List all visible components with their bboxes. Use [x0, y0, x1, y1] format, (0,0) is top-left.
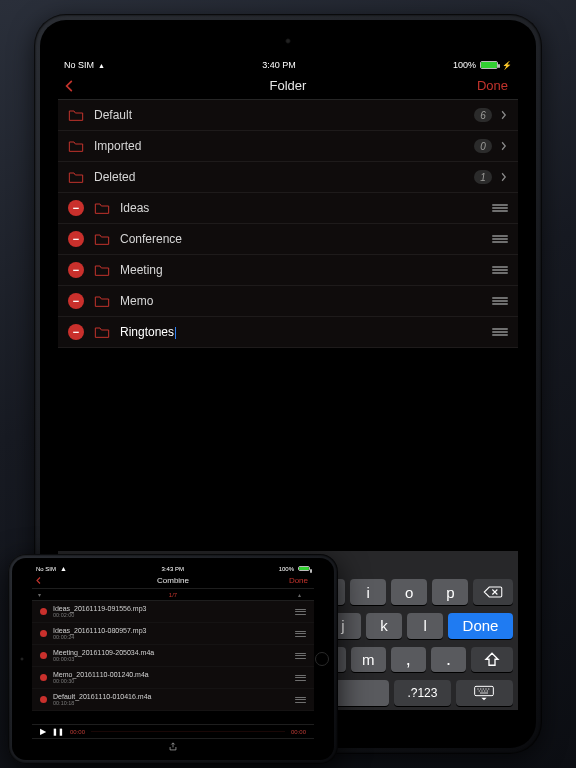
reorder-handle[interactable] [492, 235, 508, 243]
key-i[interactable]: i [350, 579, 386, 605]
chevron-left-icon [34, 576, 43, 585]
clip-row[interactable]: Meeting_20161109-205034.m4a00:00:03 [32, 645, 314, 667]
arrow-up-icon: ▴ [298, 591, 308, 598]
key-o[interactable]: o [391, 579, 427, 605]
carrier-label: No SIM [64, 60, 94, 70]
chevron-right-icon [500, 137, 508, 155]
folder-label: Conference [120, 232, 482, 246]
wifi-icon [60, 565, 67, 572]
reorder-handle[interactable] [492, 328, 508, 336]
numswitch-key-right[interactable]: .?123 [394, 680, 451, 706]
clip-duration: 00:02:00 [53, 612, 289, 618]
count-badge: 6 [474, 108, 492, 122]
battery-icon [298, 566, 310, 571]
share-button[interactable] [168, 738, 178, 755]
delete-button[interactable] [68, 200, 84, 216]
key-comma[interactable]: , [391, 647, 426, 673]
folder-row-ideas[interactable]: Ideas [58, 193, 518, 224]
status-bar: No SIM 3:40 PM 100% [58, 58, 518, 72]
keyboard-done-key[interactable]: Done [448, 613, 513, 639]
clip-duration: 00:00:24 [53, 634, 289, 640]
chevron-left-icon [62, 79, 76, 93]
reorder-handle[interactable] [295, 675, 306, 681]
key-l[interactable]: l [407, 613, 443, 639]
screen-combine: No SIM 3:43 PM 100% Combine Done ▾ 1/7 ▴ [32, 564, 314, 754]
page-title: Folder [270, 78, 307, 93]
elapsed-time: 00:00 [70, 729, 85, 735]
key-p[interactable]: p [432, 579, 468, 605]
key-period[interactable]: . [431, 647, 466, 673]
dismiss-keyboard-key[interactable] [456, 680, 513, 706]
reorder-handle[interactable] [295, 631, 306, 637]
battery-icon [480, 61, 498, 69]
carrier-label: No SIM [36, 566, 56, 572]
folder-row-deleted[interactable]: Deleted 1 [58, 162, 518, 193]
backspace-key[interactable] [473, 579, 513, 605]
clip-row[interactable]: Ideas_20161119-091556.mp300:02:00 [32, 601, 314, 623]
done-button[interactable]: Done [477, 72, 508, 99]
reorder-handle[interactable] [492, 204, 508, 212]
back-button[interactable] [34, 573, 50, 588]
clock-label: 3:40 PM [262, 60, 296, 70]
reorder-handle[interactable] [295, 697, 306, 703]
reorder-handle[interactable] [492, 297, 508, 305]
clip-row[interactable]: Default_20161110-010416.m4a00:10:18 [32, 689, 314, 711]
folder-icon [94, 325, 110, 339]
folder-row-imported[interactable]: Imported 0 [58, 131, 518, 162]
clip-duration: 00:10:18 [53, 700, 289, 706]
clip-row[interactable]: Ideas_20161110-080957.mp300:00:24 [32, 623, 314, 645]
folder-label: Default [94, 108, 464, 122]
chevron-right-icon [500, 168, 508, 186]
folder-row-memo[interactable]: Memo [58, 286, 518, 317]
delete-button[interactable] [68, 262, 84, 278]
folder-icon [94, 201, 110, 215]
delete-button[interactable] [68, 293, 84, 309]
select-dot[interactable] [40, 696, 47, 703]
reorder-handle[interactable] [295, 653, 306, 659]
reorder-handle[interactable] [492, 266, 508, 274]
delete-button[interactable] [68, 231, 84, 247]
folder-row-ringtones[interactable]: Ringtones [58, 317, 518, 348]
folder-label: Memo [120, 294, 482, 308]
delete-button[interactable] [68, 324, 84, 340]
key-k[interactable]: k [366, 613, 402, 639]
clip-duration: 00:00:03 [53, 656, 289, 662]
back-button[interactable] [62, 72, 90, 99]
play-button[interactable]: ▶ [40, 727, 46, 736]
clip-name: Ideas_20161119-091556.mp3 [53, 605, 289, 613]
select-dot[interactable] [40, 652, 47, 659]
nav-bar: Combine Done [32, 573, 314, 589]
clip-name: Ideas_20161110-080957.mp3 [53, 627, 289, 635]
clock-label: 3:43 PM [162, 566, 184, 572]
clip-name: Default_20161110-010416.m4a [53, 693, 289, 701]
select-dot[interactable] [40, 608, 47, 615]
shift-key-right[interactable] [471, 647, 513, 673]
folder-row-meeting[interactable]: Meeting [58, 255, 518, 286]
folder-row-conference[interactable]: Conference [58, 224, 518, 255]
folder-icon [94, 294, 110, 308]
clip-row[interactable]: Memo_20161110-001240.m4a00:00:30 [32, 667, 314, 689]
folder-label: Imported [94, 139, 464, 153]
home-button[interactable] [315, 652, 329, 666]
reorder-handle[interactable] [295, 609, 306, 615]
charging-icon [502, 60, 512, 70]
folder-list: Default 6 Imported 0 Deleted 1 [58, 100, 518, 348]
pause-button[interactable]: ❚❚ [52, 728, 64, 736]
play-bar: ▶ ❚❚ 00:00 00:00 [32, 724, 314, 738]
folder-icon [94, 263, 110, 277]
folder-label: Deleted [94, 170, 464, 184]
folder-label: Ideas [120, 201, 482, 215]
folder-icon [68, 170, 84, 184]
scrubber[interactable] [91, 731, 285, 732]
folder-icon [94, 232, 110, 246]
clip-duration: 00:00:30 [53, 678, 289, 684]
device-frame-combine: No SIM 3:43 PM 100% Combine Done ▾ 1/7 ▴ [8, 554, 338, 764]
folder-rename-input[interactable]: Ringtones [120, 325, 482, 339]
select-dot[interactable] [40, 674, 47, 681]
chevron-right-icon [500, 106, 508, 124]
key-m[interactable]: m [351, 647, 386, 673]
folder-row-default[interactable]: Default 6 [58, 100, 518, 131]
done-button[interactable]: Done [289, 573, 308, 588]
select-dot[interactable] [40, 630, 47, 637]
clip-name: Meeting_20161109-205034.m4a [53, 649, 289, 657]
